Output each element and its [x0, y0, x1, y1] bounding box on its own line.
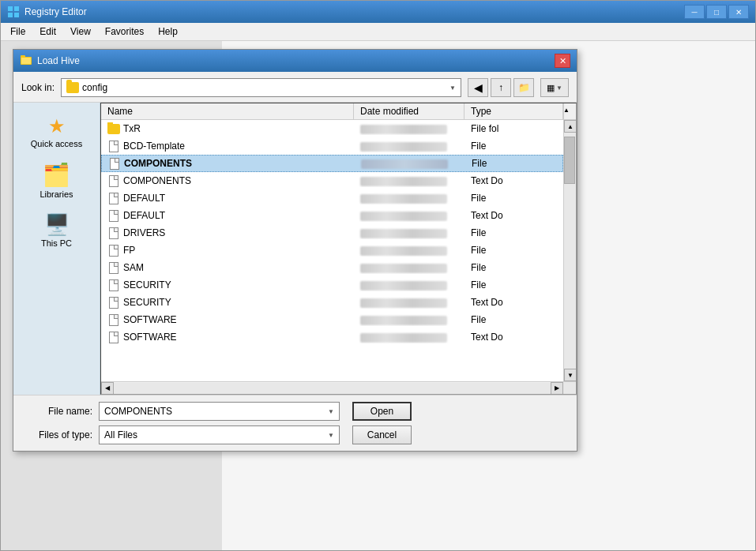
new-folder-button[interactable]: 📁	[513, 78, 534, 97]
table-row[interactable]: COMPONENTS File	[101, 155, 563, 172]
dialog-sidebar: ★ Quick access 🗂️ Libraries 🖥️ This PC	[13, 103, 100, 395]
dialog-close-button[interactable]: ✕	[555, 54, 570, 68]
sidebar-item-this-pc[interactable]: 🖥️ This PC	[17, 208, 96, 253]
file-name-value: COMPONENTS	[104, 406, 172, 417]
close-button[interactable]: ✕	[728, 5, 749, 19]
sidebar-item-libraries[interactable]: 🗂️ Libraries	[17, 157, 96, 204]
folder-icon-txr	[107, 123, 120, 134]
view-button[interactable]: ▦ ▼	[540, 78, 569, 97]
app-title: Registry Editor	[24, 6, 87, 17]
scroll-left-arrow[interactable]: ◀	[101, 382, 114, 395]
look-in-combo[interactable]: config ▼	[61, 78, 461, 97]
table-row[interactable]: DEFAULT Text Do	[101, 207, 563, 224]
sidebar-item-quick-access[interactable]: ★ Quick access	[17, 111, 96, 153]
load-hive-dialog: Load Hive ✕ Look in: config ▼	[13, 49, 577, 452]
file-icon-components2	[107, 175, 120, 186]
file-name-row: File name: COMPONENTS ▼ Open	[21, 402, 569, 421]
menu-favorites[interactable]: Favorites	[99, 24, 150, 39]
file-list-scroll[interactable]: TxR File fol BC	[101, 120, 563, 381]
scroll-down-arrow[interactable]: ▼	[564, 369, 576, 381]
col-header-type[interactable]: Type	[465, 103, 563, 119]
maximize-button[interactable]: □	[706, 5, 727, 19]
cell-date-software1	[354, 313, 465, 326]
table-row[interactable]: SECURITY File	[101, 276, 563, 294]
svg-rect-2	[8, 13, 13, 17]
cell-date-default1	[354, 192, 465, 204]
table-row[interactable]: SOFTWARE Text Do	[101, 328, 563, 346]
dialog-body: ★ Quick access 🗂️ Libraries 🖥️ This PC	[13, 103, 577, 395]
col-header-date[interactable]: Date modified	[354, 103, 465, 119]
menu-file[interactable]: File	[4, 24, 32, 39]
table-row[interactable]: DRIVERS File	[101, 224, 563, 242]
menu-view[interactable]: View	[64, 24, 97, 39]
cell-type-sam: File	[465, 261, 563, 274]
file-rows-wrapper: TxR File fol BC	[101, 120, 576, 381]
col-header-name[interactable]: Name ▲	[101, 103, 354, 119]
files-type-dropdown[interactable]: All Files ▼	[99, 425, 340, 444]
file-icon-fp	[107, 245, 120, 256]
cell-date-software2	[354, 331, 465, 343]
blurred-date	[360, 229, 447, 238]
cell-name-security2: SECURITY	[101, 296, 354, 309]
blurred-date	[360, 142, 447, 152]
cancel-button[interactable]: Cancel	[352, 425, 412, 444]
table-row[interactable]: SECURITY Text Do	[101, 294, 563, 311]
dialog-toolbar: Look in: config ▼ ◀ ↑ 📁	[13, 72, 577, 103]
cell-name-bcd: BCD-Template	[101, 140, 354, 152]
cell-date-security2	[354, 296, 465, 309]
cell-type-security1: File	[465, 279, 563, 291]
scroll-track[interactable]	[564, 133, 576, 369]
title-bar-left: Registry Editor	[7, 6, 87, 18]
cell-type-txr: File fol	[465, 122, 563, 135]
cell-date-txr	[354, 122, 465, 135]
horizontal-scrollbar[interactable]: ◀ ▶	[101, 381, 576, 394]
cell-type-bcd: File	[465, 140, 563, 152]
blurred-date	[360, 212, 447, 221]
dialog-title-left: Load Hive	[20, 54, 80, 69]
menu-help[interactable]: Help	[152, 24, 184, 39]
files-type-row: Files of type: All Files ▼ Cancel	[21, 425, 569, 444]
look-in-combo-inner: config	[66, 82, 107, 93]
file-icon-drivers	[107, 227, 120, 238]
main-content: This Load Hive	[1, 41, 755, 550]
nav-buttons: ◀ ↑ 📁	[468, 78, 534, 97]
cell-name-software1: SOFTWARE	[101, 313, 354, 326]
up-button[interactable]: ↑	[491, 78, 511, 97]
table-row[interactable]: FP File	[101, 242, 563, 259]
file-name-input[interactable]: COMPONENTS ▼	[99, 402, 340, 421]
minimize-button[interactable]: ─	[684, 5, 705, 19]
menu-edit[interactable]: Edit	[33, 24, 62, 39]
table-row[interactable]: BCD-Template File	[101, 137, 563, 155]
file-icon-default1	[107, 193, 120, 204]
sidebar-label-libraries: Libraries	[39, 189, 73, 199]
cell-date-drivers	[354, 227, 465, 239]
files-type-label: Files of type:	[21, 429, 92, 440]
h-scroll-track[interactable]	[114, 383, 551, 394]
scroll-corner	[563, 382, 576, 395]
file-icon-software1	[107, 314, 120, 325]
files-type-value: All Files	[104, 429, 137, 440]
file-icon-default2	[107, 210, 120, 221]
table-row[interactable]: DEFAULT File	[101, 189, 563, 207]
table-row[interactable]: COMPONENTS Text Do	[101, 172, 563, 189]
table-row[interactable]: TxR File fol	[101, 120, 563, 137]
view-arrow: ▼	[556, 84, 562, 92]
scroll-thumb[interactable]	[564, 137, 575, 184]
blurred-date	[360, 246, 447, 256]
back-button[interactable]: ◀	[468, 78, 488, 97]
app-icon	[7, 6, 20, 18]
dialog-bottom: File name: COMPONENTS ▼ Open Files of ty…	[13, 395, 577, 451]
table-row[interactable]: SAM File	[101, 259, 563, 276]
scroll-right-arrow[interactable]: ▶	[551, 382, 563, 395]
look-in-arrow: ▼	[449, 84, 456, 92]
file-icon-sam	[107, 262, 120, 273]
table-row[interactable]: SOFTWARE File	[101, 311, 563, 328]
title-bar: Registry Editor ─ □ ✕	[1, 1, 755, 23]
blurred-date	[360, 125, 447, 134]
dialog-title-icon	[20, 54, 32, 69]
cell-type-drivers: File	[465, 227, 563, 239]
open-button[interactable]: Open	[352, 402, 412, 421]
blurred-date	[360, 264, 447, 273]
scroll-up-arrow[interactable]: ▲	[564, 120, 576, 133]
vertical-scrollbar[interactable]: ▲ ▼	[563, 120, 576, 381]
